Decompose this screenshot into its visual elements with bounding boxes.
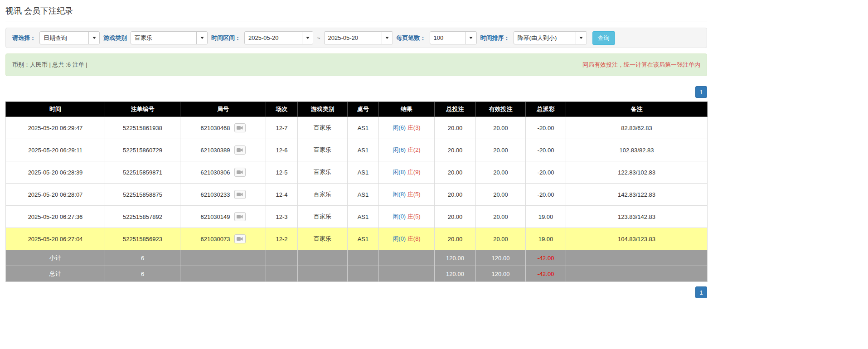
game-type-cell: 百家乐 (298, 117, 348, 139)
sort-order-dropdown[interactable]: 降幂(由大到小) (514, 31, 587, 44)
round-id-wrap: 621030233 (200, 190, 245, 199)
bet-id-cell: 522515858875 (105, 184, 180, 206)
valid-bet-cell: 20.00 (476, 184, 526, 206)
round-id-wrap: 621030389 (200, 145, 245, 155)
chevron-down-icon[interactable] (196, 32, 207, 44)
search-button[interactable]: 查询 (592, 31, 615, 45)
session-cell: 12-3 (266, 206, 298, 228)
table-no-cell: AS1 (348, 228, 379, 250)
summary-bar: 币别：人民币 | 总共 :6 注单 | 同局有效投注，统一计算在该局第一张注单内 (5, 53, 707, 76)
game-type-value: 百家乐 (131, 32, 196, 44)
empty-cell (180, 250, 266, 266)
round-id: 621030233 (200, 191, 230, 198)
page-title: 视讯 会员下注纪录 (5, 5, 707, 16)
round-id-cell: 621030073 (180, 228, 266, 250)
total-bet-cell[interactable]: 20.00 (435, 206, 476, 228)
round-id-wrap: 621030306 (200, 168, 245, 177)
valid-bet-cell: 120.00 (476, 250, 526, 266)
total-row: 总计6120.00120.00-42.00 (6, 266, 708, 282)
session-cell: 12-4 (266, 184, 298, 206)
chevron-down-icon[interactable] (302, 32, 313, 44)
total-bet-cell[interactable]: 20.00 (435, 139, 476, 161)
table-no-cell: AS1 (348, 206, 379, 228)
video-replay-icon[interactable] (234, 168, 246, 177)
round-id: 621030306 (200, 169, 230, 176)
game-type-label: 游戏类别 (103, 34, 127, 42)
total-bet-cell[interactable]: 20.00 (435, 228, 476, 250)
filter-bar: 请选择： 日期查询 游戏类别 百家乐 时间区间： 2025-05-20 ~ 20… (5, 28, 707, 48)
video-replay-icon[interactable] (234, 145, 246, 155)
round-id-wrap: 621030073 (200, 234, 245, 243)
bet-id-cell: 522515860729 (105, 139, 180, 161)
page-button-1[interactable]: 1 (695, 86, 707, 98)
result-player: 闲(8) (393, 169, 406, 175)
table-no-cell: AS1 (348, 184, 379, 206)
empty-cell (266, 266, 298, 282)
empty-cell (298, 250, 348, 266)
result-cell: 闲(0) 庄(5) (379, 206, 435, 228)
column-header: 场次 (266, 102, 298, 117)
time-range-label: 时间区间： (211, 34, 241, 42)
page: 视讯 会员下注纪录 请选择： 日期查询 游戏类别 百家乐 时间区间： 2025-… (5, 0, 707, 298)
table-row: 2025-05-20 06:29:47522515861938621030468… (6, 117, 708, 139)
game-type-cell: 百家乐 (298, 161, 348, 184)
round-id-wrap: 621030149 (200, 212, 245, 221)
game-type-cell: 百家乐 (298, 228, 348, 250)
date-from-dropdown[interactable]: 2025-05-20 (244, 31, 313, 44)
video-replay-icon[interactable] (234, 212, 246, 221)
result-cell: 闲(8) 庄(5) (379, 184, 435, 206)
video-replay-icon[interactable] (234, 190, 246, 199)
chevron-down-icon[interactable] (88, 32, 99, 44)
page-button-1[interactable]: 1 (695, 286, 707, 298)
payout-cell: -42.00 (526, 266, 566, 282)
total-bet-cell[interactable]: 20.00 (435, 117, 476, 139)
result-player: 闲(0) (393, 213, 406, 220)
label-cell: 总计 (6, 266, 105, 282)
round-id-cell: 621030468 (180, 117, 266, 139)
date-to-dropdown[interactable]: 2025-05-20 (324, 31, 393, 44)
table-row: 2025-05-20 06:28:07522515858875621030233… (6, 184, 708, 206)
page-header: 视讯 会员下注纪录 (5, 5, 707, 21)
column-header: 有效投注 (476, 102, 526, 117)
result-banker: 庄(5) (407, 213, 421, 220)
sort-order-label: 时间排序： (480, 34, 510, 42)
page-size-label: 每页笔数： (397, 34, 426, 42)
payout-cell: 19.00 (526, 206, 566, 228)
table-row: 2025-05-20 06:27:04522515856923621030073… (6, 228, 708, 250)
table-header-row: 时间注单编号局号场次游戏类别桌号结果总投注有效投注总派彩备注 (6, 102, 708, 117)
column-header: 局号 (180, 102, 266, 117)
page-size-value: 100 (430, 32, 466, 44)
query-type-dropdown[interactable]: 日期查询 (39, 31, 100, 44)
valid-bet-cell: 20.00 (476, 161, 526, 184)
chevron-down-icon[interactable] (382, 32, 393, 44)
game-type-cell: 百家乐 (298, 206, 348, 228)
table-row: 2025-05-20 06:28:39522515859871621030306… (6, 161, 708, 184)
empty-cell (266, 250, 298, 266)
chevron-down-icon[interactable] (466, 32, 476, 44)
column-header: 游戏类别 (298, 102, 348, 117)
game-type-dropdown[interactable]: 百家乐 (131, 31, 208, 44)
page-size-dropdown[interactable]: 100 (430, 31, 477, 44)
valid-bet-cell: 120.00 (476, 266, 526, 282)
table-row: 2025-05-20 06:27:36522515857892621030149… (6, 206, 708, 228)
game-type-cell: 百家乐 (298, 184, 348, 206)
total-bet-cell[interactable]: 20.00 (435, 184, 476, 206)
result-cell: 闲(0) 庄(8) (379, 228, 435, 250)
table-no-cell: AS1 (348, 117, 379, 139)
payout-cell: -20.00 (526, 117, 566, 139)
chevron-down-icon[interactable] (576, 32, 587, 44)
result-banker: 庄(5) (407, 191, 421, 198)
total-bet-cell[interactable]: 20.00 (435, 161, 476, 184)
empty-cell (348, 266, 379, 282)
bet-id-cell: 522515857892 (105, 206, 180, 228)
payout-cell: 19.00 (526, 228, 566, 250)
count-cell: 6 (105, 250, 180, 266)
time-cell: 2025-05-20 06:29:11 (6, 139, 105, 161)
currency-summary-text: 币别：人民币 | 总共 :6 注单 | (12, 61, 87, 69)
video-replay-icon[interactable] (234, 123, 246, 132)
count-cell: 6 (105, 266, 180, 282)
pagination-bottom: 1 (5, 286, 707, 298)
column-header: 注单编号 (105, 102, 180, 117)
column-header: 时间 (6, 102, 105, 117)
video-replay-icon[interactable] (234, 234, 246, 243)
